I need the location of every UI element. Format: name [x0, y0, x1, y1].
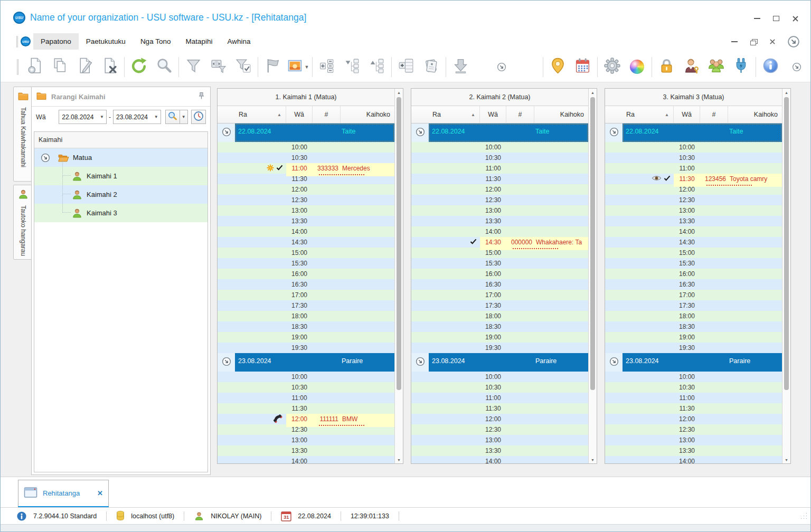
time-slot-row[interactable]: 12:30	[411, 424, 588, 435]
scroll-down-icon[interactable]: ▼	[782, 456, 790, 463]
tab-rehitatanga[interactable]: Rehitatanga ✕	[18, 480, 109, 506]
time-slot-row[interactable]: 14:00	[411, 456, 588, 463]
time-slot-row[interactable]: 13:00	[411, 205, 588, 216]
dropdown-arrow-icon[interactable]: ▼	[305, 64, 309, 70]
calendar-button[interactable]	[570, 54, 595, 80]
time-slot-row[interactable]: 19:00	[605, 332, 782, 343]
appointment-row[interactable]: 11:30123456Toyota camry	[605, 174, 782, 184]
time-button[interactable]	[191, 110, 206, 124]
tree-item-kaimahi-1[interactable]: Kaimahi 1	[34, 167, 208, 185]
column-header-client[interactable]: Kaihoko	[728, 106, 782, 123]
delete-document-button[interactable]	[97, 54, 122, 80]
time-slot-row[interactable]: 19:30	[218, 343, 394, 353]
sidebar-tab-tautoko-hangarau[interactable]: Tautoko hangarau	[13, 185, 33, 260]
menu-item-papatono[interactable]: Papatono	[33, 33, 79, 50]
filter-columns-button[interactable]	[206, 54, 231, 80]
appointment-row[interactable]: 14:30000000Whakahaere: Ta	[411, 237, 588, 248]
time-slot-row[interactable]: 13:00	[218, 205, 394, 216]
collapse-tree-button[interactable]	[340, 54, 364, 80]
band-expander-cell[interactable]	[605, 124, 623, 142]
column-header-number[interactable]: #	[506, 106, 534, 123]
time-slot-row[interactable]: 19:30	[411, 343, 588, 353]
search-button[interactable]	[152, 54, 176, 80]
date-band-row[interactable]: 22.08.2024Taite	[218, 124, 394, 142]
dropdown-arrow-icon[interactable]: ▼	[100, 115, 104, 119]
time-slot-row[interactable]: 10:00	[411, 372, 588, 382]
image-preview-button[interactable]: ▼	[285, 54, 310, 80]
circled-arrow-icon[interactable]	[609, 357, 619, 368]
time-slot-row[interactable]: 16:00	[411, 269, 588, 279]
time-slot-row[interactable]: 10:00	[218, 372, 394, 382]
time-slot-row[interactable]: 18:30	[218, 321, 394, 332]
flag-button[interactable]	[260, 54, 285, 80]
band-expander-cell[interactable]	[218, 353, 235, 372]
scroll-down-icon[interactable]: ▼	[589, 456, 597, 463]
map-pin-button[interactable]	[545, 54, 570, 80]
scroll-down-icon[interactable]: ▼	[395, 456, 403, 463]
time-slot-row[interactable]: 15:00	[218, 248, 394, 258]
time-slot-row[interactable]: 10:30	[218, 153, 394, 163]
time-slot-row[interactable]: 11:30	[411, 174, 588, 184]
toolbar-overflow-chevron-icon[interactable]	[495, 54, 508, 80]
scrollbar-thumb[interactable]	[397, 97, 401, 390]
time-slot-row[interactable]: 13:30	[605, 445, 782, 456]
time-slot-row[interactable]: 11:00	[411, 163, 588, 174]
time-slot-row[interactable]: 17:30	[411, 300, 588, 311]
time-slot-row[interactable]: 11:00	[411, 393, 588, 403]
time-slot-row[interactable]: 10:30	[218, 382, 394, 393]
time-slot-row[interactable]: 11:00	[605, 393, 782, 403]
circled-arrow-icon[interactable]	[609, 127, 619, 139]
time-slot-row[interactable]: 10:00	[605, 372, 782, 382]
time-slot-row[interactable]: 10:30	[605, 153, 782, 163]
time-slot-row[interactable]: 13:00	[218, 435, 394, 445]
column-header-client[interactable]: Kaihoko	[534, 106, 588, 123]
band-expander-cell[interactable]	[411, 124, 429, 142]
tree-expander-icon[interactable]	[41, 153, 50, 163]
column-header-time[interactable]: Wā	[674, 106, 700, 123]
date-band-row[interactable]: 23.08.2024Paraire	[411, 353, 588, 372]
date-to-field[interactable]: 23.08.2024 ▼	[113, 110, 161, 124]
time-slot-row[interactable]: 13:00	[605, 435, 782, 445]
tree-item-kaimahi-2[interactable]: Kaimahi 2	[34, 185, 208, 204]
tree-column-header[interactable]: Kaimahi	[34, 132, 208, 148]
refresh-button[interactable]	[127, 54, 152, 80]
time-slot-row[interactable]: 13:30	[411, 216, 588, 226]
time-slot-row[interactable]: 11:30	[411, 403, 588, 414]
add-record-button[interactable]	[394, 54, 419, 80]
column-header-client[interactable]: Kaihoko	[341, 106, 394, 123]
time-slot-row[interactable]: 12:00	[218, 184, 394, 195]
tree-item-matua[interactable]: Matua	[34, 148, 208, 167]
time-slot-row[interactable]: 10:30	[605, 382, 782, 393]
time-slot-row[interactable]: 14:00	[411, 226, 588, 237]
time-slot-row[interactable]: 12:30	[605, 195, 782, 205]
filter-confirm-button[interactable]	[231, 54, 256, 80]
time-slot-row[interactable]: 12:00	[411, 184, 588, 195]
column-header-time[interactable]: Wā	[286, 106, 313, 123]
expand-groups-button[interactable]	[315, 54, 340, 80]
time-slot-row[interactable]: 16:30	[605, 279, 782, 290]
date-band-row[interactable]: 23.08.2024Paraire	[605, 353, 782, 372]
time-slot-row[interactable]: 16:30	[411, 279, 588, 290]
user-group-button[interactable]	[704, 54, 729, 80]
plugin-button[interactable]	[729, 54, 753, 80]
mdi-overflow-chevron-icon[interactable]	[787, 36, 800, 47]
date-band-row[interactable]: 22.08.2024Taite	[605, 124, 782, 142]
search-dropdown-button[interactable]: ▼	[180, 110, 188, 124]
time-slot-row[interactable]: 19:00	[411, 332, 588, 343]
scroll-up-icon[interactable]: ▲	[589, 89, 597, 96]
time-slot-row[interactable]: 15:00	[605, 248, 782, 258]
resize-grip[interactable]	[800, 512, 807, 519]
pin-icon[interactable]	[197, 91, 206, 102]
time-slot-row[interactable]: 12:00	[605, 414, 782, 424]
menu-item-awhina[interactable]: Awhina	[220, 33, 258, 50]
edit-document-button[interactable]	[72, 54, 97, 80]
expand-tree-button[interactable]	[364, 54, 389, 80]
time-slot-row[interactable]: 16:00	[605, 269, 782, 279]
menu-item-matapihi[interactable]: Matapihi	[178, 33, 220, 50]
time-slot-row[interactable]: 11:30	[218, 403, 394, 414]
menu-item-paetukutuku[interactable]: Paetukutuku	[79, 33, 133, 50]
time-slot-row[interactable]: 14:30	[605, 237, 782, 248]
time-slot-row[interactable]: 18:00	[605, 311, 782, 321]
time-slot-row[interactable]: 10:00	[411, 142, 588, 153]
time-slot-row[interactable]: 17:00	[411, 290, 588, 300]
